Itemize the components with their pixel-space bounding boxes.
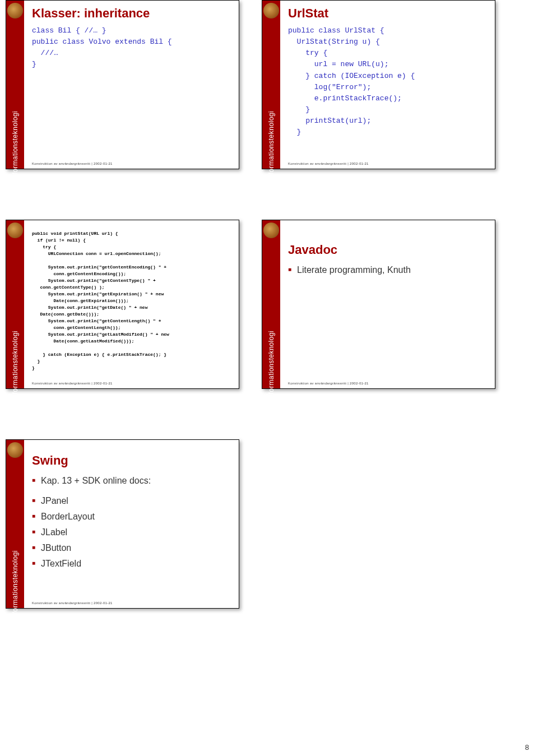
slide-title: Klasser: inheritance [32, 6, 231, 21]
slide-footer: Konstruktion av användargränssnitt | 200… [32, 162, 231, 165]
slide-5: Informationsteknologi Swing Kap. 13 + SD… [6, 439, 239, 609]
uppsala-logo [263, 3, 279, 18]
uppsala-logo [7, 442, 23, 458]
list-item: JLabel [32, 527, 231, 537]
uppsala-logo [263, 222, 279, 238]
slide-1: Informationsteknologi Klasser: inheritan… [6, 0, 239, 169]
slide-content: UrlStat public class UrlStat { UrlStat(S… [280, 1, 495, 169]
slide-sidebar: Informationsteknologi [262, 1, 280, 169]
uppsala-logo [7, 222, 23, 238]
slide-footer: Konstruktion av användargränssnitt | 200… [32, 382, 231, 385]
list-item: JTextField [32, 559, 231, 569]
uppsala-logo [7, 3, 23, 18]
sidebar-label: Informationsteknologi [11, 111, 19, 181]
sidebar-label: Informationsteknologi [267, 111, 275, 181]
code-block: class Bil { //… } public class Volvo ext… [32, 25, 231, 162]
slide-footer: Konstruktion av användargränssnitt | 200… [288, 382, 487, 385]
list-item: JPanel [32, 496, 231, 506]
slide-3: Informationsteknologi public void printS… [6, 220, 239, 389]
slide-content: Swing Kap. 13 + SDK online docs: JPanel … [24, 440, 239, 608]
slide-2: Informationsteknologi UrlStat public cla… [262, 0, 495, 169]
slide-title: Javadoc [288, 243, 487, 257]
slide-title: UrlStat [288, 6, 487, 21]
list-item: Kap. 13 + SDK online docs: [32, 476, 231, 486]
code-block: public void printStat(URL url) { if (url… [32, 230, 231, 382]
sidebar-label: Informationsteknologi [267, 331, 275, 401]
page-number: 8 [525, 743, 529, 752]
slide-sidebar: Informationsteknologi [6, 440, 24, 608]
list-item: Literate programming, Knuth [288, 265, 487, 275]
bullet-list: Literate programming, Knuth [288, 265, 487, 281]
slide-content: Klasser: inheritance class Bil { //… } p… [24, 1, 239, 169]
slide-content: Javadoc Literate programming, Knuth Kons… [280, 220, 495, 388]
sidebar-label: Informationsteknologi [11, 550, 19, 620]
slide-footer: Konstruktion av användargränssnitt | 200… [288, 162, 487, 165]
slide-sidebar: Informationsteknologi [262, 220, 280, 388]
sidebar-label: Informationsteknologi [11, 331, 19, 401]
slide-footer: Konstruktion av användargränssnitt | 200… [32, 601, 231, 605]
slide-title: Swing [32, 453, 231, 468]
slide-sidebar: Informationsteknologi [6, 1, 24, 169]
list-item: JButton [32, 543, 231, 553]
code-block: public class UrlStat { UrlStat(String u)… [288, 25, 487, 162]
slide-content: public void printStat(URL url) { if (url… [24, 220, 239, 388]
list-item: BorderLayout [32, 512, 231, 522]
bullet-list: Kap. 13 + SDK online docs: JPanel Border… [32, 476, 231, 574]
slide-sidebar: Informationsteknologi [6, 220, 24, 388]
slide-4: Informationsteknologi Javadoc Literate p… [262, 220, 495, 389]
